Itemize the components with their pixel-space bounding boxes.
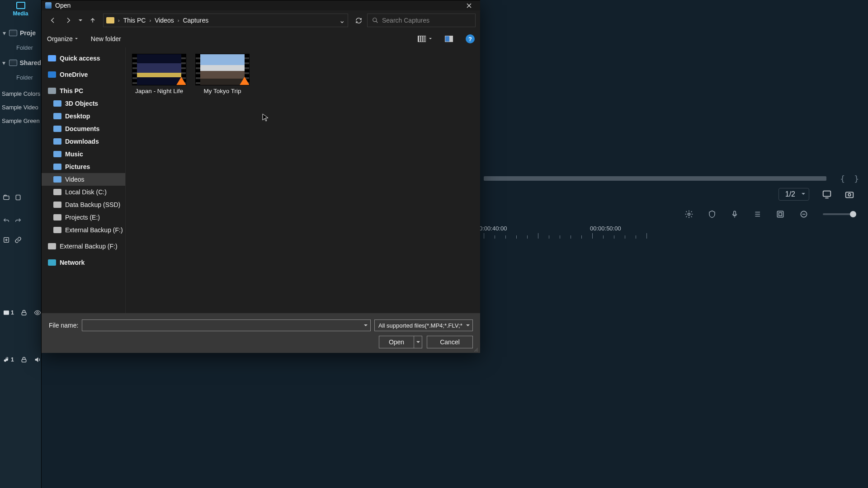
shield-icon[interactable] — [708, 210, 716, 218]
tree-label: Shared — [20, 59, 41, 66]
brace-right-icon[interactable]: } — [854, 174, 859, 183]
editor-right: { } 1/2 0:00:40:00 00:00:50:00 — [470, 172, 868, 243]
filetype-select[interactable]: All supported files(*.MP4;*.FLV;* — [374, 319, 473, 331]
close-button[interactable] — [459, 0, 478, 10]
drive-icon — [53, 227, 61, 233]
panel-entry[interactable]: Sample Green — [0, 114, 41, 128]
nav-drive-e[interactable]: Projects (E:) — [42, 211, 125, 224]
pc-icon — [48, 88, 56, 94]
app-icon — [45, 2, 52, 9]
vlc-icon — [176, 77, 186, 85]
nav-desktop[interactable]: Desktop — [42, 110, 125, 122]
nav-onedrive[interactable]: OneDrive — [42, 68, 125, 81]
speaker-icon[interactable] — [34, 356, 41, 363]
crumb-segment[interactable]: Videos — [155, 17, 174, 24]
nav-drive-f[interactable]: External Backup (F:) — [42, 224, 125, 236]
back-button[interactable] — [46, 14, 60, 27]
mic-icon[interactable] — [731, 210, 739, 218]
tree-item-shared[interactable]: ▾ Shared — [0, 55, 41, 71]
nav-videos[interactable]: Videos — [42, 173, 125, 186]
view-menu[interactable] — [418, 36, 432, 42]
file-item[interactable]: Japan - Night Life — [132, 54, 186, 95]
crumb-segment[interactable]: Captures — [183, 17, 208, 24]
tree-item-proje[interactable]: ▾ Proje — [0, 25, 41, 41]
undo-icon[interactable] — [3, 217, 10, 225]
path-dropdown[interactable]: ⌄ — [339, 16, 345, 25]
link-icon[interactable] — [14, 236, 22, 244]
eye-icon[interactable] — [34, 309, 41, 316]
chevron-icon[interactable]: › — [147, 18, 153, 23]
file-name: My Tokyo Trip — [195, 87, 250, 95]
nav-drive-c[interactable]: Local Disk (C:) — [42, 186, 125, 198]
titlebar[interactable]: Open — [42, 0, 480, 10]
snapshot-icon[interactable] — [844, 189, 854, 199]
expander-icon: ▾ — [2, 29, 6, 37]
brace-left-icon[interactable]: { — [840, 174, 845, 183]
organize-menu[interactable]: Organize — [47, 35, 78, 42]
nav-pictures[interactable]: Pictures — [42, 160, 125, 173]
zoom-slider[interactable] — [823, 213, 854, 215]
file-list[interactable]: Japan - Night Life My Tokyo Trip — [126, 47, 480, 313]
svg-rect-8 — [846, 192, 854, 197]
timeline-ruler[interactable]: 0:00:40:00 00:00:50:00 — [475, 225, 863, 243]
zoom-out-icon[interactable] — [799, 210, 808, 219]
new-folder-button[interactable]: New folder — [91, 35, 121, 42]
up-button[interactable] — [86, 14, 99, 27]
list-icon[interactable] — [753, 210, 761, 218]
resize-grip[interactable] — [473, 347, 478, 352]
nav-this-pc[interactable]: This PC — [42, 84, 125, 97]
nav-downloads[interactable]: Downloads — [42, 135, 125, 148]
nav-documents[interactable]: Documents — [42, 122, 125, 135]
media-tab[interactable]: Media — [0, 0, 41, 19]
open-dropdown[interactable] — [414, 336, 422, 348]
file-item[interactable]: My Tokyo Trip — [195, 54, 250, 95]
nav-drive-ssd[interactable]: Data Backup (SSD) — [42, 198, 125, 211]
forward-button[interactable] — [61, 14, 75, 27]
open-button[interactable]: Open — [379, 336, 414, 348]
nav-drive-f2[interactable]: External Backup (F:) — [42, 240, 125, 253]
panel-entry[interactable]: Sample Colors — [0, 87, 41, 101]
view-icon — [418, 36, 426, 42]
folder-icon — [53, 151, 61, 157]
bin-icon[interactable] — [14, 194, 22, 201]
screen-icon[interactable] — [822, 189, 832, 199]
play-controls: 1/2 — [470, 185, 868, 203]
cancel-button[interactable]: Cancel — [427, 336, 473, 348]
recent-dropdown[interactable] — [77, 14, 84, 27]
chevron-icon[interactable]: › — [176, 18, 181, 23]
help-button[interactable]: ? — [466, 34, 475, 43]
nav-pane[interactable]: Quick access OneDrive This PC 3D Objects… — [42, 47, 126, 313]
video-track[interactable]: 1 — [3, 307, 41, 318]
nav-quick-access[interactable]: Quick access — [42, 52, 125, 65]
open-dialog: Open › This PC › Videos › Captures ⌄ Org… — [42, 0, 480, 353]
undo-redo-row — [3, 216, 22, 226]
nav-music[interactable]: Music — [42, 148, 125, 160]
chevron-icon[interactable]: › — [116, 18, 122, 23]
lock-icon[interactable] — [20, 309, 28, 316]
redo-icon[interactable] — [14, 217, 22, 225]
panel-entry[interactable]: Sample Video — [0, 101, 41, 114]
new-folder-icon[interactable] — [3, 194, 10, 201]
search-icon — [372, 17, 378, 23]
lock-icon[interactable] — [20, 356, 28, 363]
nav-network[interactable]: Network — [42, 256, 125, 269]
refresh-button[interactable] — [352, 14, 365, 27]
folder-icon — [53, 113, 61, 119]
search-input[interactable] — [382, 17, 471, 24]
audio-track[interactable]: 1 — [3, 354, 41, 365]
search-box[interactable] — [367, 14, 476, 27]
folder-icon — [106, 17, 114, 23]
page-indicator[interactable]: 1/2 — [778, 188, 809, 201]
breadcrumb-bar[interactable]: › This PC › Videos › Captures ⌄ — [103, 14, 348, 27]
gear-icon[interactable] — [684, 210, 693, 219]
progress-bar[interactable] — [484, 176, 826, 181]
nav-3d-objects[interactable]: 3D Objects — [42, 97, 125, 110]
filename-input[interactable] — [82, 319, 371, 331]
preview-pane-button[interactable] — [445, 36, 453, 42]
crop-icon[interactable] — [776, 210, 785, 219]
svg-rect-13 — [779, 213, 782, 216]
dialog-toolbar: Organize New folder ? — [42, 30, 480, 47]
crumb-segment[interactable]: This PC — [123, 17, 146, 24]
tile-add-icon[interactable] — [3, 236, 10, 244]
media-label: Media — [13, 10, 28, 17]
